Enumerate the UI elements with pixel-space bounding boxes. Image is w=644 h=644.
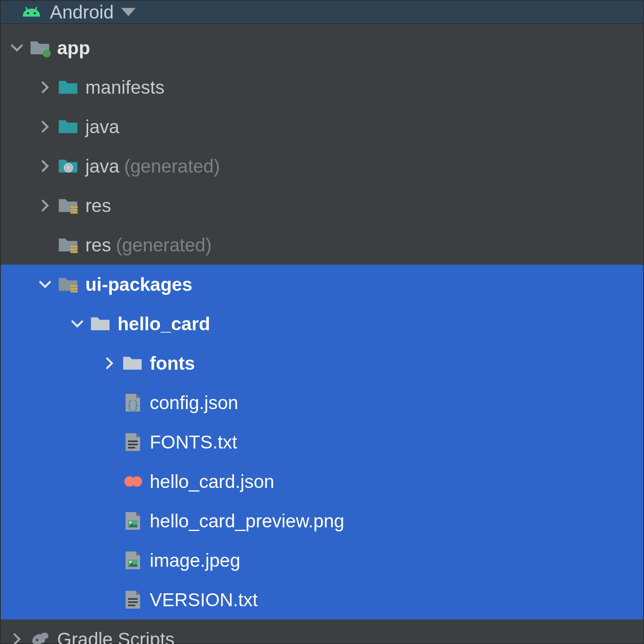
tree-node-app[interactable]: app [1,28,643,68]
image-file-icon [122,510,144,532]
json-file-icon [122,391,144,414]
module-folder-icon [29,37,52,59]
relay-file-icon [122,470,144,493]
tree-label: java [85,116,119,138]
folder-icon [57,76,80,99]
folder-icon [122,352,144,374]
tree-node-hello-card-json[interactable]: hello_card.json [1,462,643,501]
tree-label: res [85,234,111,256]
view-dropdown-icon[interactable] [121,1,136,23]
text-file-icon [122,588,144,611]
tree-node-res[interactable]: res [1,186,643,225]
tree-label: ui-packages [85,274,192,295]
tree-label: config.json [150,392,238,414]
tree-node-fonts-txt[interactable]: FONTS.txt [1,422,643,462]
tree-node-config-json[interactable]: config.json [1,383,643,422]
tree-label: manifests [85,76,165,98]
expand-toggle-icon[interactable] [5,632,29,644]
folder-icon [89,313,112,335]
expand-toggle-icon[interactable] [33,80,57,94]
tree-label: java [85,155,119,177]
tree-node-java-generated[interactable]: java (generated) [1,146,643,186]
tree-node-res-generated[interactable]: res (generated) [1,225,643,265]
tree-node-java[interactable]: java [1,107,643,146]
expand-toggle-icon[interactable] [33,199,57,212]
tree-node-fonts[interactable]: fonts [1,344,643,383]
tree-label: image.jpeg [150,549,240,571]
gradle-icon [29,628,52,644]
resource-folder-icon [57,234,80,256]
project-view-label: Android [50,1,114,23]
tree-node-ui-packages[interactable]: ui-packages [1,265,643,304]
folder-icon [57,115,80,138]
resource-folder-icon [57,273,80,296]
tree-label: FONTS.txt [150,431,237,453]
tree-node-gradle-scripts[interactable]: Gradle Scripts [1,619,643,644]
image-file-icon [122,549,144,572]
tree-label: fonts [150,352,195,374]
project-tree: app manifests java java (generated) [1,24,643,644]
android-icon [20,1,43,23]
project-tool-window: Android app manifests java [0,0,644,644]
tree-node-hello-card[interactable]: hello_card [1,304,643,344]
text-file-icon [122,431,144,453]
expand-toggle-icon[interactable] [5,41,29,55]
tree-label-suffix: (generated) [116,234,212,256]
expand-toggle-icon[interactable] [33,159,57,173]
tree-label: hello_card_preview.png [150,510,344,532]
tree-node-manifests[interactable]: manifests [1,68,643,107]
generated-folder-icon [57,155,80,177]
tree-label: hello_card [118,313,210,335]
tree-node-version-txt[interactable]: VERSION.txt [1,580,643,619]
resource-folder-icon [57,194,80,217]
project-view-header[interactable]: Android [1,1,643,24]
tree-node-hello-card-preview[interactable]: hello_card_preview.png [1,501,643,541]
tree-node-image-jpeg[interactable]: image.jpeg [1,541,643,580]
tree-label: app [57,37,90,59]
expand-toggle-icon[interactable] [97,356,122,370]
expand-toggle-icon[interactable] [33,120,57,134]
expand-toggle-icon[interactable] [65,317,89,331]
tree-label: VERSION.txt [150,589,258,611]
tree-label: Gradle Scripts [57,628,174,644]
expand-toggle-icon[interactable] [33,278,57,291]
tree-label-suffix: (generated) [124,155,220,177]
tree-label: hello_card.json [150,471,274,492]
tree-label: res [85,195,111,216]
